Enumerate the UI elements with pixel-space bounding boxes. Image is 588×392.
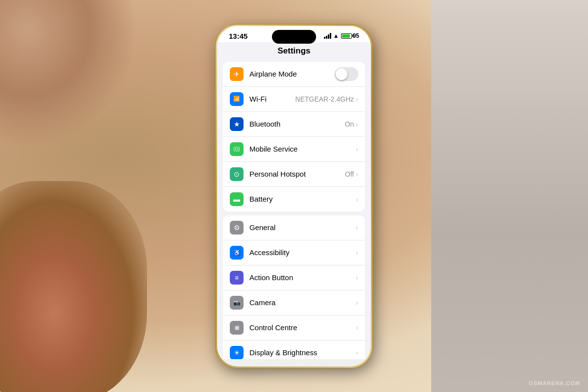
watermark: GSMARENA.COM: [529, 380, 580, 386]
personal-hotspot-row[interactable]: ⊙ Personal Hotspot Off ›: [223, 162, 365, 187]
signal-bar-1: [324, 37, 325, 39]
camera-row[interactable]: 📷 Camera ›: [223, 290, 365, 315]
personal-hotspot-chevron: ›: [356, 170, 358, 178]
general-icon: ⚙: [230, 221, 244, 235]
settings-title: Settings: [217, 42, 371, 62]
wifi-chevron: ›: [356, 95, 358, 103]
personal-hotspot-icon: ⊙: [230, 167, 244, 181]
display-brightness-row[interactable]: ☀ Display & Brightness ›: [223, 340, 365, 359]
mobile-service-label: Mobile Service: [249, 145, 356, 153]
general-label: General: [249, 223, 356, 232]
camera-chevron: ›: [356, 299, 358, 307]
action-button-label: Action Button: [249, 273, 356, 282]
mobile-service-chevron: ›: [356, 145, 358, 153]
signal-icon: [324, 33, 331, 39]
bluetooth-value: On: [345, 120, 354, 128]
display-brightness-label: Display & Brightness: [249, 348, 356, 357]
action-button-icon: ≡: [230, 271, 244, 285]
battery-fill: [342, 34, 350, 38]
airplane-mode-label: Airplane Mode: [249, 70, 335, 78]
control-centre-row[interactable]: ▦ Control Centre ›: [223, 315, 365, 340]
status-icons: ▲ 95: [324, 32, 359, 39]
airplane-mode-row[interactable]: ✈ Airplane Mode: [223, 62, 365, 87]
battery-icon: [341, 33, 352, 39]
accessibility-row[interactable]: ♿ Accessibility ›: [223, 240, 365, 265]
phone-screen: 13:45 ▲ 95: [217, 26, 371, 366]
personal-hotspot-value: Off: [345, 170, 354, 178]
accessibility-chevron: ›: [356, 249, 358, 257]
screen-content[interactable]: Settings ✈ Airplane Mode 📶 Wi-Fi: [217, 42, 371, 359]
airplane-mode-icon: ✈: [230, 67, 244, 81]
system-section: ⚙ General › ♿ Accessibility › ≡ Action B…: [223, 215, 365, 359]
bluetooth-chevron: ›: [356, 120, 358, 128]
wifi-icon-row: 📶: [230, 92, 244, 106]
mobile-service-row[interactable]: (()) Mobile Service ›: [223, 137, 365, 162]
phone-device: 13:45 ▲ 95: [216, 25, 372, 368]
control-centre-chevron: ›: [356, 324, 358, 332]
battery-label: Battery: [249, 195, 356, 203]
wifi-label: Wi-Fi: [249, 95, 295, 103]
bluetooth-row[interactable]: ★ Bluetooth On ›: [223, 112, 365, 137]
wifi-icon: ▲: [333, 32, 339, 39]
control-centre-label: Control Centre: [249, 323, 356, 332]
personal-hotspot-label: Personal Hotspot: [249, 170, 345, 178]
wifi-value: NETGEAR-2.4GHz: [295, 95, 354, 103]
background-person-top: [0, 0, 137, 147]
phone-outer-frame: 13:45 ▲ 95: [216, 25, 372, 368]
mobile-service-icon: (()): [230, 142, 244, 156]
control-centre-icon: ▦: [230, 321, 244, 335]
action-button-chevron: ›: [356, 274, 358, 282]
battery-row[interactable]: ▬ Battery ›: [223, 187, 365, 211]
status-time: 13:45: [229, 32, 247, 40]
accessibility-label: Accessibility: [249, 248, 356, 257]
wifi-row[interactable]: 📶 Wi-Fi NETGEAR-2.4GHz ›: [223, 87, 365, 112]
camera-icon: 📷: [230, 296, 244, 310]
general-chevron: ›: [356, 224, 358, 232]
accessibility-icon: ♿: [230, 246, 244, 260]
battery-percent: 95: [353, 32, 359, 39]
dynamic-island: [272, 30, 316, 44]
bluetooth-label: Bluetooth: [249, 120, 345, 128]
toggle-knob: [336, 68, 347, 80]
display-brightness-icon: ☀: [230, 346, 244, 359]
status-bar: 13:45 ▲ 95: [217, 26, 371, 42]
battery-icon-row: ▬: [230, 192, 244, 206]
signal-bar-4: [330, 33, 331, 39]
signal-bar-2: [326, 36, 327, 39]
action-button-row[interactable]: ≡ Action Button ›: [223, 265, 365, 290]
battery-status: 95: [341, 32, 359, 39]
general-row[interactable]: ⚙ General ›: [223, 215, 365, 240]
camera-label: Camera: [249, 298, 356, 307]
signal-bar-3: [328, 34, 329, 39]
display-brightness-chevron: ›: [356, 349, 358, 357]
battery-chevron: ›: [356, 195, 358, 203]
background-right: [431, 0, 588, 392]
connectivity-section: ✈ Airplane Mode 📶 Wi-Fi NETGEAR-2.4GHz ›: [223, 62, 365, 211]
bluetooth-icon: ★: [230, 117, 244, 131]
airplane-mode-toggle[interactable]: [335, 67, 358, 81]
